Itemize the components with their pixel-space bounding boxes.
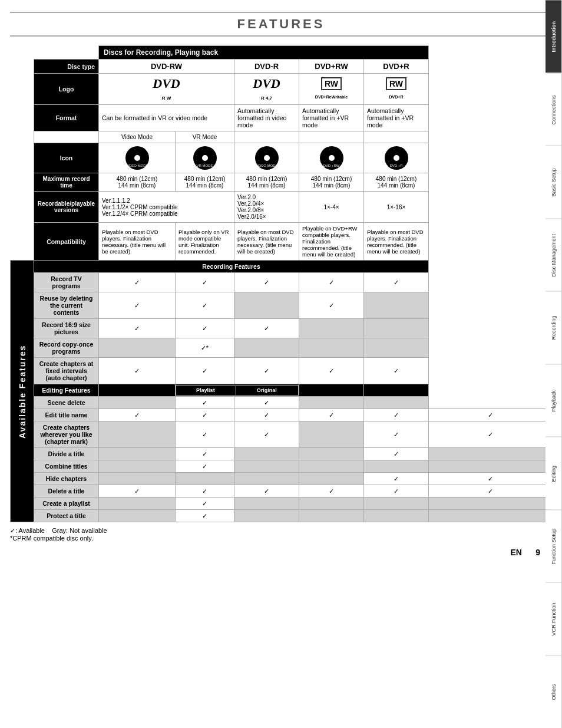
auto-chapter-dvdrw-video: ✓ (99, 358, 176, 384)
combine-titles-row: Combine titles ✓ (11, 460, 552, 473)
dvdrw-video-compat: Playable on most DVD players. Finalizati… (99, 223, 176, 261)
dvdrw-versions: Ver.1.1,1.2Ver.1.1/2× CPRM compatibleVer… (99, 192, 234, 223)
dvdrw-header: DVD-RW (99, 60, 234, 74)
create-playlist-dvdrw-vr-pl: ✓ (176, 498, 234, 510)
auto-chapter-row: Create chapters at fixed intervals (auto… (11, 358, 552, 384)
tab-disc-management[interactable]: Disc Management (546, 219, 562, 292)
create-playlist-dvdrplus (429, 498, 552, 510)
chapter-mark-dvdrw-vr-pl: ✓ (176, 421, 234, 448)
hide-chapters-dvdr (299, 473, 364, 485)
protect-title-dvdrwplus (364, 510, 429, 522)
discs-recording-header: Discs for Recording, Playing back (99, 46, 429, 60)
page-title: FEATURES (10, 12, 552, 37)
tab-introduction[interactable]: Introduction (546, 0, 562, 73)
hide-chapters-dvdrw-video (99, 473, 176, 485)
logo-label: Logo (34, 74, 99, 105)
dvdrwplus-logo: RW DVD+ReWritable (299, 74, 364, 105)
record-169-row: Record 16:9 size pictures ✓ ✓ ✓ (11, 319, 552, 338)
combine-titles-label: Combine titles (34, 460, 99, 473)
protect-title-label: Protect a title (34, 510, 99, 522)
versions-row: Recordable/playableversions Ver.1.1,1.2V… (11, 192, 552, 223)
reuse-label: Reuse by deleting the current contents (34, 292, 99, 319)
dvdrwplus-versions: 1×-4× (299, 192, 364, 223)
record-169-dvdrplus (364, 319, 429, 338)
compatibility-row: Compatibility Playable on most DVD playe… (11, 223, 552, 261)
chapter-mark-dvdrwplus: ✓ (364, 421, 429, 448)
dvdrplus-icon: DVD +R (364, 143, 429, 173)
dvdr-time: 480 min (12cm)144 min (8cm) (234, 173, 299, 192)
edit-title-dvdrw-video: ✓ (99, 409, 176, 421)
tab-others[interactable]: Others (546, 655, 562, 729)
edit-title-dvdr: ✓ (299, 409, 364, 421)
page-container: FEATURES Discs for Recording, Playing ba… (10, 0, 552, 569)
divide-title-dvdrw-vr-pl: ✓ (176, 448, 234, 460)
dvdrw-vr-compat: Playable only on VR mode compatible unit… (176, 223, 234, 261)
hide-chapters-dvdrwplus: ✓ (364, 473, 429, 485)
protect-title-dvdrw-video (99, 510, 176, 522)
compatibility-label: Compatibility (34, 223, 99, 261)
tab-function-setup[interactable]: Function Setup (546, 510, 562, 583)
reuse-dvdrwplus: ✓ (299, 292, 364, 319)
dvdrwplus-header: DVD+RW (299, 60, 364, 74)
record-169-label: Record 16:9 size pictures (34, 319, 99, 338)
record-169-dvdr: ✓ (234, 319, 299, 338)
protect-title-dvdrw-vr-pl: ✓ (176, 510, 234, 522)
hide-chapters-row: Hide chapters ✓ ✓ (11, 473, 552, 485)
scene-delete-dvdr (299, 397, 364, 409)
edit-title-dvdrw-vr-orig: ✓ (234, 409, 299, 421)
delete-title-dvdr: ✓ (299, 485, 364, 498)
dvdr-icon: VIDEO MODE (234, 143, 299, 173)
tab-basic-setup[interactable]: Basic Setup (546, 146, 562, 219)
edit-title-dvdrwplus: ✓ (364, 409, 429, 421)
record-169-dvdrw-video: ✓ (99, 319, 176, 338)
tab-vcr-function[interactable]: VCR Function (546, 582, 562, 655)
tab-playback[interactable]: Playback (546, 364, 562, 437)
create-playlist-dvdrw-vr-orig (234, 498, 299, 510)
page-number: EN 9 (10, 548, 552, 557)
dvdrplus-header: DVD+R (364, 60, 429, 74)
original-header: Original (235, 386, 298, 396)
edit-title-dvdrw-vr-pl: ✓ (176, 409, 234, 421)
dvdrplus-logo: RW DVD+R (364, 74, 429, 105)
copy-once-label: Record copy-once programs (34, 338, 99, 358)
reuse-dvdrplus (364, 292, 429, 319)
divide-title-dvdrw-video (99, 448, 176, 460)
record-169-dvdrwplus (299, 319, 364, 338)
max-record-row: Maximum recordtime 480 min (12cm)144 min… (11, 173, 552, 192)
versions-label: Recordable/playableversions (34, 192, 99, 223)
recording-section-header-row: Available Features Recording Features (11, 261, 552, 273)
scene-delete-dvdrplus (364, 397, 429, 409)
delete-title-dvdrw-vr-orig: ✓ (234, 485, 299, 498)
edit-title-dvdrplus: ✓ (429, 409, 552, 421)
create-playlist-dvdrw-video (99, 498, 176, 510)
create-playlist-row: Create a playlist ✓ (11, 498, 552, 510)
scene-delete-dvdrw-video (99, 397, 176, 409)
delete-title-row: Delete a title ✓ ✓ ✓ ✓ ✓ ✓ (11, 485, 552, 498)
dvdr-logo: DVD R 4.7 (234, 74, 299, 105)
side-navigation: Introduction Connections Basic Setup Dis… (546, 0, 562, 728)
record-tv-dvdrw-vr: ✓ (176, 273, 234, 292)
tab-editing[interactable]: Editing (546, 437, 562, 510)
dvdrwplus-format: Automatically formatted in +VR mode (299, 105, 364, 131)
dvdr-format: Automatically formatted in video mode (234, 105, 299, 131)
auto-chapter-dvdrw-vr: ✓ (176, 358, 234, 384)
disc-type-label: Disc type (34, 60, 99, 74)
dvdrw-video-icon: VIDEO MODE (99, 143, 176, 173)
combine-titles-dvdrw-video (99, 460, 176, 473)
combine-titles-dvdrplus (429, 460, 552, 473)
dvdrw-video-time: 480 min (12cm)144 min (8cm) (99, 173, 176, 192)
protect-title-dvdr (299, 510, 364, 522)
hide-chapters-dvdrplus: ✓ (429, 473, 552, 485)
icon-label: Icon (34, 143, 99, 173)
scene-delete-row: Scene delete ✓ ✓ (11, 397, 552, 409)
dvdrplus-time: 480 min (12cm)144 min (8cm) (364, 173, 429, 192)
chapter-mark-row: Create chapters wherever you like (chapt… (11, 421, 552, 448)
chapter-mark-label: Create chapters wherever you like (chapt… (34, 421, 99, 448)
check-available-note: ✓: Available (10, 527, 45, 534)
chapter-mark-dvdrw-video (99, 421, 176, 448)
delete-title-label: Delete a title (34, 485, 99, 498)
tab-connections[interactable]: Connections (546, 73, 562, 146)
copy-once-dvdrplus (364, 338, 429, 358)
hide-chapters-label: Hide chapters (34, 473, 99, 485)
tab-recording[interactable]: Recording (546, 291, 562, 364)
